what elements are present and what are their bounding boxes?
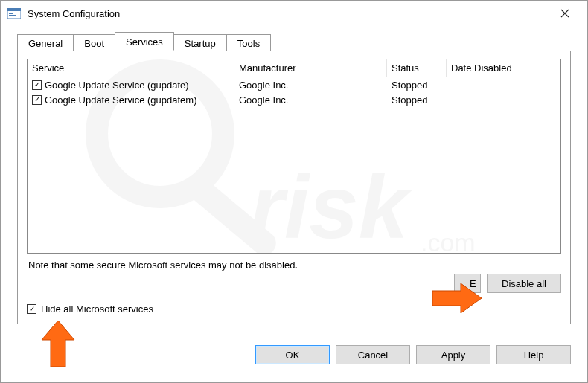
disable-all-button[interactable]: Disable all [487,274,561,293]
tab-tools[interactable]: Tools [226,34,271,51]
service-manufacturer: Google Inc. [234,94,387,106]
col-header-service[interactable]: Service [28,59,234,77]
services-panel: risk.com Service Manufacturer Status Dat… [17,51,571,324]
svg-rect-1 [7,8,21,11]
title-bar: System Configuration [1,1,587,26]
hide-microsoft-label: Hide all Microsoft services [41,303,153,315]
svg-text:.com: .com [421,228,476,254]
enable-all-button[interactable]: E [454,274,481,293]
svg-text:risk: risk [249,157,412,254]
svg-rect-2 [9,13,13,14]
service-manufacturer: Google Inc. [234,80,387,91]
help-button[interactable]: Help [496,345,571,364]
tab-general[interactable]: General [17,34,74,51]
dialog-buttons: OK Cancel Apply Help [17,345,571,364]
table-row[interactable]: ✓Google Update Service (gupdatem)Google … [28,92,560,107]
ok-button[interactable]: OK [255,345,330,364]
service-name: Google Update Service (gupdatem) [45,94,197,106]
window-title: System Configuration [28,8,548,19]
enable-all-label: E [470,278,476,289]
col-header-manufacturer[interactable]: Manufacturer [234,59,387,77]
tab-startup[interactable]: Startup [173,34,227,51]
service-name: Google Update Service (gupdate) [45,80,189,91]
service-checkbox[interactable]: ✓ [32,95,42,105]
service-status: Stopped [387,94,447,106]
svg-rect-5 [185,175,281,254]
service-status: Stopped [387,80,447,91]
tab-boot[interactable]: Boot [73,34,115,51]
cancel-button[interactable]: Cancel [336,345,410,364]
list-header: Service Manufacturer Status Date Disable… [28,59,560,77]
note-text: Note that some secure Microsoft services… [28,260,560,271]
apply-button[interactable]: Apply [416,345,490,364]
services-list[interactable]: risk.com Service Manufacturer Status Dat… [27,59,561,254]
tab-services[interactable]: Services [115,32,174,51]
app-icon [7,7,22,19]
col-header-status[interactable]: Status [387,59,447,77]
service-checkbox[interactable]: ✓ [32,80,42,90]
tab-bar: General Boot Services Startup Tools [17,32,571,51]
close-button[interactable] [548,2,581,25]
hide-microsoft-checkbox[interactable]: ✓ [27,304,36,314]
col-header-date-disabled[interactable]: Date Disabled [447,59,560,77]
table-row[interactable]: ✓Google Update Service (gupdate)Google I… [28,77,560,92]
svg-rect-3 [9,15,16,16]
